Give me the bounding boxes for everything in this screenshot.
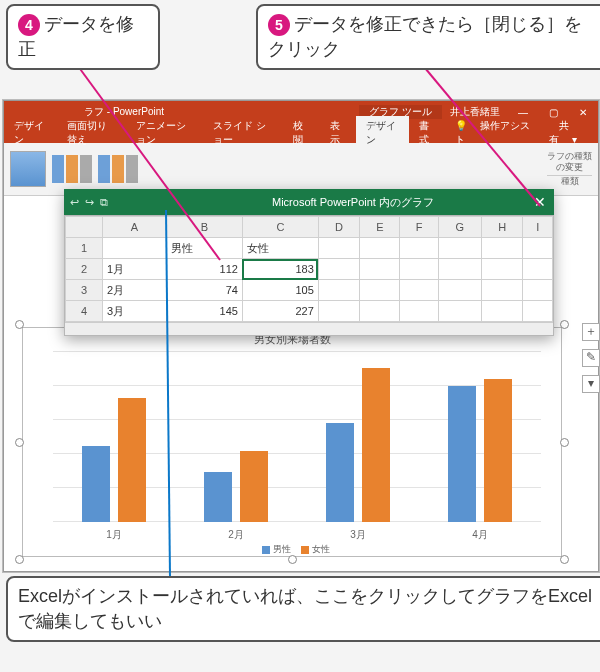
cell[interactable]	[400, 280, 439, 301]
cell-A3[interactable]: 2月	[103, 280, 167, 301]
cell[interactable]	[360, 259, 400, 280]
resize-handle[interactable]	[560, 320, 569, 329]
bar-男性[interactable]	[448, 386, 476, 522]
chart-styles-button[interactable]: ✎	[582, 349, 600, 367]
datasheet-grid[interactable]: A B C D E F G H I 1 男性 女性	[64, 215, 554, 336]
cell[interactable]	[481, 238, 523, 259]
add-chart-element-button[interactable]	[10, 151, 46, 187]
undo-icon[interactable]: ↩	[70, 196, 79, 209]
col-E[interactable]: E	[360, 217, 400, 238]
col-F[interactable]: F	[400, 217, 439, 238]
chart-legend[interactable]: 男性 女性	[23, 543, 561, 556]
bar-女性[interactable]	[118, 398, 146, 522]
tab-review[interactable]: 校閲	[283, 116, 319, 150]
chart-filters-button[interactable]: ▾	[582, 375, 600, 393]
cell-A4[interactable]: 3月	[103, 301, 167, 322]
bar-group	[175, 352, 297, 522]
bar-男性[interactable]	[204, 472, 232, 522]
corner-cell[interactable]	[66, 217, 103, 238]
datasheet-table[interactable]: A B C D E F G H I 1 男性 女性	[65, 216, 553, 322]
table-row[interactable]: 1 男性 女性	[66, 238, 553, 259]
edit-in-excel-button[interactable]: ⧉	[100, 196, 108, 209]
tab-animation[interactable]: アニメーション	[126, 116, 203, 150]
cell[interactable]	[400, 301, 439, 322]
bar-男性[interactable]	[326, 423, 354, 522]
cell-C3[interactable]: 105	[242, 280, 318, 301]
cell[interactable]	[318, 259, 360, 280]
chart-style-item[interactable]	[98, 155, 138, 183]
row-3-header[interactable]: 3	[66, 280, 103, 301]
cell-A1[interactable]	[103, 238, 167, 259]
row-4-header[interactable]: 4	[66, 301, 103, 322]
cell[interactable]	[481, 259, 523, 280]
cell-A2[interactable]: 1月	[103, 259, 167, 280]
x-tick-label: 4月	[419, 528, 541, 542]
col-B[interactable]: B	[167, 217, 243, 238]
tab-chart-design[interactable]: デザイン	[356, 116, 409, 150]
row-1-header[interactable]: 1	[66, 238, 103, 259]
cell[interactable]	[318, 238, 360, 259]
tab-format[interactable]: 書式	[409, 116, 445, 150]
tab-slideshow[interactable]: スライド ショー	[203, 116, 283, 150]
cell[interactable]	[360, 280, 400, 301]
datasheet-close-button[interactable]: ✕	[526, 194, 554, 210]
row-2-header[interactable]: 2	[66, 259, 103, 280]
resize-handle[interactable]	[288, 555, 297, 564]
cell-B3[interactable]: 74	[167, 280, 243, 301]
callout-text-5: データを修正できたら［閉じる］をクリック	[268, 14, 582, 59]
cell[interactable]	[523, 301, 553, 322]
bar-女性[interactable]	[362, 368, 390, 522]
col-H[interactable]: H	[481, 217, 523, 238]
resize-handle[interactable]	[15, 555, 24, 564]
resize-handle[interactable]	[560, 555, 569, 564]
bar-男性[interactable]	[82, 446, 110, 522]
chart-elements-button[interactable]: ＋	[582, 323, 600, 341]
chart-object[interactable]: 男女別来場者数 1月2月3月4月 男性 女性	[22, 327, 562, 557]
cell[interactable]	[318, 301, 360, 322]
cell[interactable]	[360, 301, 400, 322]
cell[interactable]	[481, 301, 523, 322]
col-D[interactable]: D	[318, 217, 360, 238]
col-G[interactable]: G	[438, 217, 481, 238]
resize-handle[interactable]	[15, 438, 24, 447]
cell[interactable]	[438, 280, 481, 301]
tab-view[interactable]: 表示	[320, 116, 356, 150]
bar-女性[interactable]	[240, 451, 268, 522]
col-C[interactable]: C	[242, 217, 318, 238]
cell[interactable]	[318, 280, 360, 301]
change-chart-type-group[interactable]: ラフの種類 の変更 種類	[547, 151, 592, 186]
cell[interactable]	[438, 238, 481, 259]
col-A[interactable]: A	[103, 217, 167, 238]
cell-B1[interactable]: 男性	[167, 238, 243, 259]
table-row[interactable]: 4 3月 145 227	[66, 301, 553, 322]
redo-icon[interactable]: ↪	[85, 196, 94, 209]
resize-handle[interactable]	[560, 438, 569, 447]
col-I[interactable]: I	[523, 217, 553, 238]
tab-design[interactable]: デザイン	[4, 116, 57, 150]
chart-style-gallery[interactable]	[52, 155, 92, 183]
cell[interactable]	[523, 280, 553, 301]
table-row[interactable]: 3 2月 74 105	[66, 280, 553, 301]
table-row[interactable]: 2 1月 112 183	[66, 259, 553, 280]
cell[interactable]	[438, 259, 481, 280]
cell-C2-selected[interactable]: 183	[242, 259, 318, 280]
legend-swatch-female	[301, 546, 309, 554]
tab-transition[interactable]: 画面切り替え	[57, 116, 126, 150]
cell-B2[interactable]: 112	[167, 259, 243, 280]
cell-C4[interactable]: 227	[242, 301, 318, 322]
cell-B4[interactable]: 145	[167, 301, 243, 322]
cell-C1[interactable]: 女性	[242, 238, 318, 259]
bar-女性[interactable]	[484, 379, 512, 522]
cell[interactable]	[481, 280, 523, 301]
datasheet-scrollbar[interactable]	[65, 322, 553, 335]
share-button[interactable]: 共有 ▾	[539, 116, 598, 150]
cell[interactable]	[360, 238, 400, 259]
cell[interactable]	[400, 259, 439, 280]
cell[interactable]	[400, 238, 439, 259]
cell[interactable]	[523, 238, 553, 259]
chart-plot-area[interactable]	[53, 352, 541, 522]
cell[interactable]	[438, 301, 481, 322]
legend-label-male: 男性	[273, 544, 291, 554]
tell-me-assist[interactable]: 💡 操作アシスト	[445, 116, 539, 150]
cell[interactable]	[523, 259, 553, 280]
